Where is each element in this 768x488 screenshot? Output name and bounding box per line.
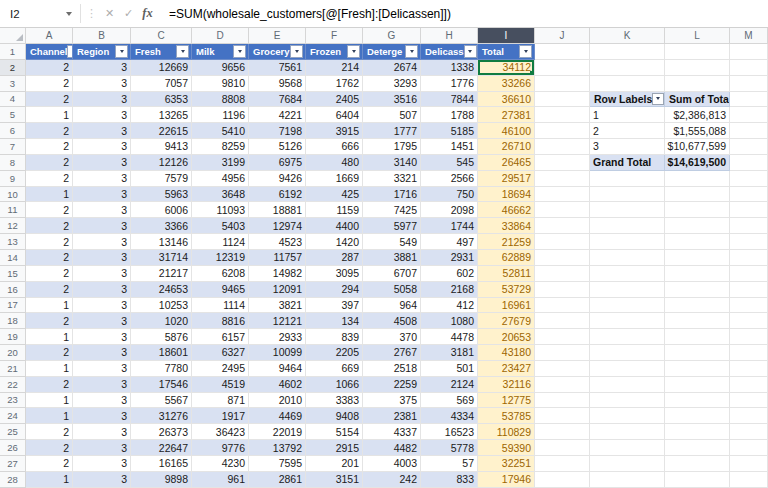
cell-K3[interactable] xyxy=(590,76,665,92)
cell-C15[interactable]: 21217 xyxy=(131,266,192,282)
cell-M3[interactable] xyxy=(730,76,768,92)
cell-C22[interactable]: 17546 xyxy=(131,377,192,393)
cell-F5[interactable]: 6404 xyxy=(306,107,363,123)
cell-A4[interactable]: 2 xyxy=(26,92,73,108)
pivot-filter-button[interactable] xyxy=(652,93,664,105)
cell-D4[interactable]: 8808 xyxy=(192,92,249,108)
row-header-2[interactable]: 2 xyxy=(0,60,26,76)
cell-C26[interactable]: 22647 xyxy=(131,440,192,456)
cell-E6[interactable]: 7198 xyxy=(249,123,306,139)
cell-I1[interactable]: Total xyxy=(478,44,535,60)
cell-F1[interactable]: Frozen xyxy=(306,44,363,60)
cell-M10[interactable] xyxy=(730,187,768,203)
cell-E2[interactable]: 7561 xyxy=(249,60,306,76)
cell-K12[interactable] xyxy=(590,218,665,234)
cell-D13[interactable]: 1124 xyxy=(192,234,249,250)
cell-J2[interactable] xyxy=(535,60,590,76)
row-header-23[interactable]: 23 xyxy=(0,393,26,409)
cell-K11[interactable] xyxy=(590,202,665,218)
cell-I9[interactable]: 29517 xyxy=(478,171,535,187)
cell-G7[interactable]: 1795 xyxy=(363,139,421,155)
cell-E19[interactable]: 2933 xyxy=(249,329,306,345)
cell-C14[interactable]: 31714 xyxy=(131,250,192,266)
cell-K23[interactable] xyxy=(590,393,665,409)
cell-A8[interactable]: 2 xyxy=(26,155,73,171)
cell-L7[interactable]: $10,677,599 xyxy=(665,139,730,155)
cell-C16[interactable]: 24653 xyxy=(131,282,192,298)
cell-I20[interactable]: 43180 xyxy=(478,345,535,361)
cell-J16[interactable] xyxy=(535,282,590,298)
cell-I18[interactable]: 27679 xyxy=(478,313,535,329)
cell-G16[interactable]: 5058 xyxy=(363,282,421,298)
cell-J3[interactable] xyxy=(535,76,590,92)
cell-F17[interactable]: 397 xyxy=(306,298,363,314)
cell-J27[interactable] xyxy=(535,456,590,472)
cell-M16[interactable] xyxy=(730,282,768,298)
cell-L25[interactable] xyxy=(665,424,730,440)
filter-button[interactable] xyxy=(176,45,189,58)
cell-E4[interactable]: 7684 xyxy=(249,92,306,108)
cell-I12[interactable]: 33864 xyxy=(478,218,535,234)
cell-B7[interactable]: 3 xyxy=(73,139,131,155)
cell-H24[interactable]: 4334 xyxy=(421,408,478,424)
row-header-18[interactable]: 18 xyxy=(0,313,26,329)
cell-F12[interactable]: 4400 xyxy=(306,218,363,234)
cell-D15[interactable]: 6208 xyxy=(192,266,249,282)
cell-B9[interactable]: 3 xyxy=(73,171,131,187)
row-header-25[interactable]: 25 xyxy=(0,424,26,440)
cell-F24[interactable]: 9408 xyxy=(306,408,363,424)
cell-F2[interactable]: 214 xyxy=(306,60,363,76)
cell-H10[interactable]: 750 xyxy=(421,187,478,203)
cell-D19[interactable]: 6157 xyxy=(192,329,249,345)
cell-D7[interactable]: 8259 xyxy=(192,139,249,155)
column-header-C[interactable]: C xyxy=(131,28,192,44)
column-header-E[interactable]: E xyxy=(249,28,306,44)
cell-I28[interactable]: 17946 xyxy=(478,472,535,488)
cell-G19[interactable]: 370 xyxy=(363,329,421,345)
cell-E14[interactable]: 11757 xyxy=(249,250,306,266)
cell-D1[interactable]: Milk xyxy=(192,44,249,60)
cell-F25[interactable]: 5154 xyxy=(306,424,363,440)
cell-L5[interactable]: $2,386,813 xyxy=(665,107,730,123)
cell-C27[interactable]: 16165 xyxy=(131,456,192,472)
cell-J13[interactable] xyxy=(535,234,590,250)
cell-B21[interactable]: 3 xyxy=(73,361,131,377)
cell-L19[interactable] xyxy=(665,329,730,345)
row-header-8[interactable]: 8 xyxy=(0,155,26,171)
cell-J12[interactable] xyxy=(535,218,590,234)
cell-D11[interactable]: 11093 xyxy=(192,202,249,218)
cell-L26[interactable] xyxy=(665,440,730,456)
filter-button[interactable] xyxy=(290,45,303,58)
cell-C1[interactable]: Fresh xyxy=(131,44,192,60)
cell-K17[interactable] xyxy=(590,298,665,314)
cell-K2[interactable] xyxy=(590,60,665,76)
cell-G22[interactable]: 2259 xyxy=(363,377,421,393)
cell-C28[interactable]: 9898 xyxy=(131,472,192,488)
cell-J8[interactable] xyxy=(535,155,590,171)
cell-G27[interactable]: 4003 xyxy=(363,456,421,472)
cell-H17[interactable]: 412 xyxy=(421,298,478,314)
cell-B19[interactable]: 3 xyxy=(73,329,131,345)
cell-C8[interactable]: 12126 xyxy=(131,155,192,171)
cell-J9[interactable] xyxy=(535,171,590,187)
cell-M2[interactable] xyxy=(730,60,768,76)
cell-H1[interactable]: Delicass xyxy=(421,44,478,60)
cell-I10[interactable]: 18694 xyxy=(478,187,535,203)
cell-E21[interactable]: 9464 xyxy=(249,361,306,377)
row-header-9[interactable]: 9 xyxy=(0,171,26,187)
cell-A23[interactable]: 1 xyxy=(26,393,73,409)
cell-A19[interactable]: 1 xyxy=(26,329,73,345)
cell-F23[interactable]: 3383 xyxy=(306,393,363,409)
row-header-7[interactable]: 7 xyxy=(0,139,26,155)
cell-K4[interactable]: Row Labels xyxy=(590,92,665,108)
cell-F15[interactable]: 3095 xyxy=(306,266,363,282)
cell-M26[interactable] xyxy=(730,440,768,456)
cell-K18[interactable] xyxy=(590,313,665,329)
cell-E25[interactable]: 22019 xyxy=(249,424,306,440)
cell-K10[interactable] xyxy=(590,187,665,203)
cell-H3[interactable]: 1776 xyxy=(421,76,478,92)
column-header-I[interactable]: I xyxy=(478,28,535,44)
cell-G3[interactable]: 3293 xyxy=(363,76,421,92)
cell-K16[interactable] xyxy=(590,282,665,298)
cell-E9[interactable]: 9426 xyxy=(249,171,306,187)
